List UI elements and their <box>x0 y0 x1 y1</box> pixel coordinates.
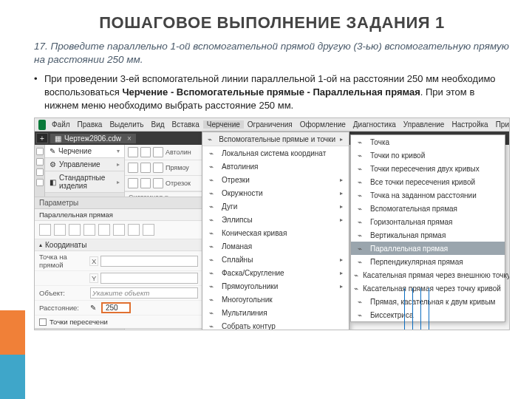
menu-item[interactable]: ⌁Точка <box>351 135 505 149</box>
object-field: Объект: <box>35 286 202 301</box>
menu-format[interactable]: Оформление <box>296 120 349 129</box>
tool-icon[interactable] <box>128 163 138 173</box>
param-mode-icon[interactable] <box>98 224 110 236</box>
menu-item[interactable]: ⌁Вертикальная прямая <box>351 228 505 242</box>
document-tab[interactable]: ▦ Чертеж2806.cdw × <box>50 134 136 143</box>
menu-item-icon: ⌁ <box>205 201 217 211</box>
distance-field: Расстояние: ✎ 250 <box>35 301 202 316</box>
menu-item[interactable]: ⌁Точка на заданном расстоянии <box>351 188 505 202</box>
menu-item[interactable]: ⌁Коническая кривая <box>202 226 349 239</box>
param-mode-icon[interactable] <box>113 224 125 236</box>
menu-item-label: Окружности <box>222 189 263 197</box>
menu-item-label: Вспомогательная прямая <box>370 205 457 213</box>
drawing-menu-dropdown: ⌁Вспомогательные прямые и точки▸⌁Локальн… <box>202 132 349 330</box>
menu-item[interactable]: ⌁Отрезки▸ <box>202 173 349 186</box>
menu-item[interactable]: ⌁Точки по кривой <box>351 149 505 162</box>
menu-item-icon: ⌁ <box>354 283 358 293</box>
param-mode-icon[interactable] <box>83 224 95 236</box>
menu-item[interactable]: ⌁Точки пересечения двух кривых <box>351 162 505 175</box>
menu-item[interactable]: ⌁Вспомогательная прямая <box>351 202 505 215</box>
menu-item[interactable]: ⌁Ломаная <box>202 239 349 253</box>
object-input[interactable] <box>90 287 198 299</box>
strip-icon[interactable] <box>36 148 44 155</box>
menu-insert[interactable]: Вставка <box>168 120 203 129</box>
menu-drawing[interactable]: Черчение <box>203 120 244 129</box>
menu-file[interactable]: Файл <box>48 120 74 129</box>
menu-item[interactable]: ⌁Горизонтальная прямая <box>351 215 505 228</box>
menu-item[interactable]: ⌁Локальная система координат <box>202 146 349 160</box>
menu-edit[interactable]: Правка <box>74 120 106 129</box>
menu-item[interactable]: ⌁Мультилиния <box>202 306 349 319</box>
x-input[interactable] <box>100 256 198 267</box>
toolbar-row: Отрезок <box>125 176 213 191</box>
checkbox-label: Точки пересечени <box>50 318 108 326</box>
tool-icon[interactable] <box>140 163 151 173</box>
menu-select[interactable]: Выделить <box>106 120 147 129</box>
menu-item-icon: ⌁ <box>205 214 217 225</box>
menu-item[interactable]: ⌁Параллельная прямая <box>351 242 505 255</box>
param-mode-icon[interactable] <box>128 224 140 236</box>
submenu-arrow-icon: ▸ <box>340 270 343 276</box>
menu-item-icon: ⌁ <box>205 148 217 158</box>
menu-item[interactable]: ⌁Фаска/Скругление▸ <box>202 266 349 279</box>
menu-diagnostics[interactable]: Диагностика <box>349 120 400 129</box>
field-label: Объект: <box>39 289 88 297</box>
menu-item[interactable]: ⌁Касательная прямая через внешнюю точку <box>351 268 505 282</box>
menu-item[interactable]: ⌁Автолиния <box>202 160 349 173</box>
tooltab-drawing[interactable]: ✎Черчение▾ <box>45 145 124 158</box>
submenu-arrow-icon: ▸ <box>340 283 343 290</box>
menu-item-icon: ⌁ <box>354 177 366 187</box>
menu-item-icon: ⌁ <box>354 296 366 307</box>
menu-item[interactable]: ⌁Эллипсы▸ <box>202 213 349 226</box>
menu-item[interactable]: ⌁Перпендикулярная прямая <box>351 255 505 268</box>
tooltab-management[interactable]: ⚙Управление▸ <box>45 158 124 171</box>
tool-label: Автолин <box>166 149 191 156</box>
menu-constraints[interactable]: Ограничения <box>244 120 296 129</box>
param-mode-icon[interactable] <box>143 224 154 236</box>
param-mode-icon[interactable] <box>69 224 81 236</box>
menu-item-label: Параллельная прямая <box>370 245 448 253</box>
menu-view[interactable]: Вид <box>148 120 168 129</box>
strip-icon[interactable] <box>36 179 44 186</box>
menu-item-label: Коническая кривая <box>222 229 287 237</box>
menu-item-icon: ⌁ <box>205 188 217 198</box>
menu-item[interactable]: ⌁Окружности▸ <box>202 186 349 200</box>
intersect-points-checkbox[interactable]: Точки пересечени <box>35 316 202 328</box>
menu-settings[interactable]: Настройка <box>448 120 491 129</box>
menu-item[interactable]: ⌁Дуги▸ <box>202 200 349 213</box>
tool-icon[interactable] <box>153 178 163 188</box>
menu-item-label: Ломаная <box>222 242 252 250</box>
menu-item[interactable]: ⌁Сплайны▸ <box>202 253 349 266</box>
close-tab-icon[interactable]: × <box>127 134 132 143</box>
tool-icon[interactable] <box>153 163 163 173</box>
tool-icon[interactable] <box>128 178 138 188</box>
strip-icon[interactable] <box>36 168 44 176</box>
y-input[interactable] <box>100 273 198 284</box>
submenu-arrow-icon: ▸ <box>340 177 343 183</box>
menu-item-icon: ⌁ <box>354 243 366 253</box>
menu-item[interactable]: ⌁Все точки пересечения кривой <box>351 175 505 188</box>
menu-item[interactable]: ⌁Вспомогательные прямые и точки▸ <box>202 132 349 146</box>
canvas-aux-lines <box>404 288 429 330</box>
tool-icon[interactable] <box>128 147 138 157</box>
coords-group-header[interactable]: Координаты <box>35 239 202 251</box>
param-mode-icon[interactable] <box>54 224 66 236</box>
param-mode-icon[interactable] <box>39 224 51 236</box>
strip-icon[interactable] <box>36 158 44 166</box>
menu-item-label: Собрать контур <box>222 322 276 330</box>
menu-apps[interactable]: Приложения <box>492 120 510 129</box>
tool-icon[interactable] <box>140 178 151 188</box>
menu-management[interactable]: Управление <box>400 120 449 129</box>
new-tab-button[interactable]: + <box>36 133 48 143</box>
menu-item[interactable]: ⌁Многоугольник <box>202 293 349 306</box>
menu-item-icon: ⌁ <box>205 254 217 265</box>
menu-item-label: Прямоугольники <box>222 282 278 290</box>
tool-icon[interactable] <box>140 147 151 157</box>
menu-item[interactable]: ⌁Прямоугольники▸ <box>202 279 349 293</box>
distance-value-highlighted[interactable]: 250 <box>101 302 131 313</box>
menu-item[interactable]: ⌁Собрать контур <box>202 319 349 330</box>
menu-item-icon: ⌁ <box>205 321 217 330</box>
field-label: Точка на прямой <box>39 253 87 269</box>
tooltab-standard[interactable]: ◧Стандартные изделия▸ <box>45 171 124 193</box>
tool-icon[interactable] <box>153 147 163 157</box>
